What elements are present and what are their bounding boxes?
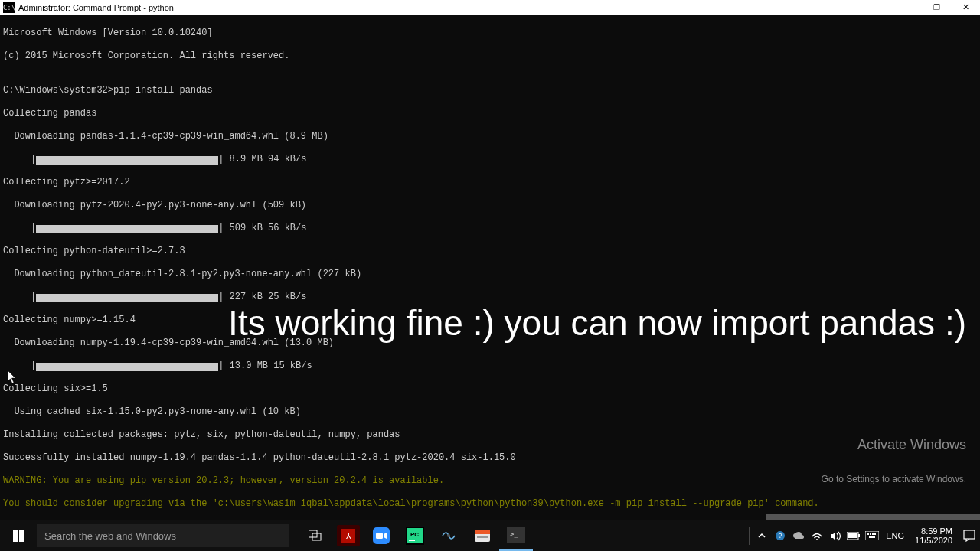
terminal-line: Collecting pandas — [3, 108, 977, 119]
taskbar: Search the web and Windows ⅄ PC >_ ? — [0, 520, 980, 551]
window-title: Administrator: Command Prompt - python — [18, 3, 174, 12]
taskbar-app-zoom[interactable] — [364, 520, 398, 551]
activate-windows-watermark: Activate Windows Go to Settings to activ… — [822, 416, 966, 508]
progress-row: || 13.0 MB 15 kB/s — [3, 360, 977, 372]
svg-rect-9 — [409, 540, 415, 541]
progress-text: | 8.9 MB 94 kB/s — [218, 154, 306, 165]
taskbar-app-acrobat[interactable]: ⅄ — [337, 525, 360, 546]
mouse-cursor-icon — [8, 347, 34, 407]
activate-title: Activate Windows — [822, 439, 966, 451]
minimize-button[interactable]: — — [893, 0, 922, 15]
progress-row: || 8.9 MB 94 kB/s — [3, 154, 977, 165]
tray-date: 11/5/2020 — [915, 536, 952, 545]
search-placeholder: Search the web and Windows — [44, 530, 176, 542]
taskbar-app-camtasia[interactable] — [466, 520, 499, 551]
tray-onedrive-icon[interactable] — [789, 520, 808, 551]
svg-rect-28 — [964, 530, 975, 539]
svg-text:?: ? — [779, 532, 782, 540]
svg-point-10 — [447, 534, 450, 537]
progress-pad: | — [3, 292, 36, 303]
progress-row: || 509 kB 56 kB/s — [3, 223, 977, 234]
system-tray: ? ENG 8:59 PM 11/5/2020 — [746, 520, 980, 551]
prompt: C:\Windows\system32> — [3, 85, 113, 96]
svg-rect-23 — [867, 533, 869, 535]
close-button[interactable]: ✕ — [951, 0, 980, 15]
windows-logo-icon — [13, 530, 24, 542]
terminal-output[interactable]: Microsoft Windows [Version 10.0.10240] (… — [0, 15, 980, 520]
tray-language[interactable]: ENG — [881, 531, 909, 540]
tray-time: 8:59 PM — [915, 527, 952, 536]
terminal-line: Downloading pytz-2020.4-py2.py3-none-any… — [3, 200, 977, 211]
svg-rect-13 — [477, 536, 488, 538]
svg-rect-24 — [870, 533, 871, 535]
tray-chevron-up-icon[interactable] — [753, 520, 771, 551]
window-titlebar: C:\ Administrator: Command Prompt - pyth… — [0, 0, 980, 15]
activate-subtitle: Go to Settings to activate Windows. — [822, 474, 966, 485]
svg-text:PC: PC — [410, 531, 419, 538]
progress-text: | 509 kB 56 kB/s — [218, 223, 306, 234]
terminal-line: Microsoft Windows [Version 10.0.10240] — [3, 28, 977, 39]
taskbar-app-pycharm[interactable]: PC — [398, 520, 432, 551]
progress-bar — [36, 156, 218, 165]
terminal-line: Collecting python-dateutil>=2.7.3 — [3, 246, 977, 257]
taskbar-app-cmd[interactable]: >_ — [499, 520, 533, 551]
terminal-line: Downloading pandas-1.1.4-cp39-cp39-win_a… — [3, 131, 977, 142]
cmd-app-icon: C:\ — [3, 2, 15, 13]
progress-bar — [36, 363, 218, 371]
tray-keyboard-icon[interactable] — [863, 520, 881, 551]
svg-rect-22 — [865, 531, 879, 540]
progress-bar — [36, 225, 218, 233]
maximize-button[interactable]: ❐ — [922, 0, 951, 15]
svg-rect-25 — [872, 533, 874, 535]
svg-text:>_: >_ — [510, 530, 518, 538]
terminal-line: Collecting pytz>=2017.2 — [3, 177, 977, 188]
progress-pad: | — [3, 223, 36, 234]
tray-volume-icon[interactable] — [826, 520, 844, 551]
svg-rect-20 — [858, 534, 860, 537]
tray-notifications-icon[interactable] — [959, 520, 980, 551]
terminal-line: C:\Windows\system32>pip install pandas — [3, 85, 977, 96]
tray-network-icon[interactable] — [808, 520, 826, 551]
tray-help-icon[interactable]: ? — [771, 520, 789, 551]
svg-rect-26 — [874, 533, 876, 535]
task-icons: ⅄ PC >_ — [299, 520, 533, 551]
task-view-button[interactable] — [299, 520, 332, 551]
tray-clock[interactable]: 8:59 PM 11/5/2020 — [909, 527, 959, 545]
tray-separator — [749, 527, 750, 545]
svg-rect-21 — [848, 533, 857, 538]
terminal-line: (c) 2015 Microsoft Corporation. All righ… — [3, 51, 977, 62]
svg-rect-5 — [376, 533, 383, 539]
terminal-line: Downloading python_dateutil-2.8.1-py2.py… — [3, 269, 977, 280]
start-button[interactable] — [0, 520, 37, 551]
overlay-message: Its working fine :) you can now import p… — [228, 302, 966, 344]
svg-point-18 — [816, 539, 818, 540]
command-text: pip install pandas — [113, 85, 213, 96]
svg-rect-12 — [475, 530, 490, 534]
taskbar-app-unknown[interactable] — [432, 520, 466, 551]
progress-text: | 13.0 MB 15 kB/s — [218, 360, 312, 372]
terminal-line: Collecting six>=1.5 — [3, 383, 977, 395]
tray-overflow-strip — [766, 514, 980, 520]
progress-pad: | — [3, 154, 36, 165]
search-input[interactable]: Search the web and Windows — [37, 524, 289, 547]
tray-battery-icon[interactable] — [844, 520, 863, 551]
svg-text:⅄: ⅄ — [345, 531, 351, 540]
progress-bar — [36, 294, 218, 302]
svg-rect-27 — [869, 536, 875, 538]
